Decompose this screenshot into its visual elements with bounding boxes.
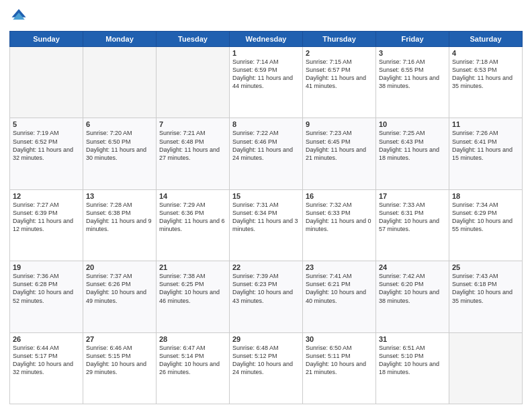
day-header-thursday: Thursday — [303, 32, 376, 47]
day-number: 7 — [159, 120, 226, 128]
day-number: 13 — [86, 192, 153, 200]
calendar-cell: 28Sunrise: 6:47 AM Sunset: 5:14 PM Dayli… — [157, 332, 230, 404]
calendar-cell: 1Sunrise: 7:14 AM Sunset: 6:59 PM Daylig… — [230, 47, 303, 118]
calendar-cell: 8Sunrise: 7:22 AM Sunset: 6:46 PM Daylig… — [230, 118, 303, 189]
logo — [9, 7, 31, 26]
day-info: Sunrise: 7:39 AM Sunset: 6:23 PM Dayligh… — [232, 272, 300, 305]
day-number: 25 — [452, 263, 519, 271]
calendar-week-row: 26Sunrise: 6:44 AM Sunset: 5:17 PM Dayli… — [10, 332, 523, 404]
calendar-cell: 11Sunrise: 7:26 AM Sunset: 6:41 PM Dayli… — [449, 118, 523, 189]
calendar-cell: 29Sunrise: 6:48 AM Sunset: 5:12 PM Dayli… — [230, 332, 303, 404]
day-number: 19 — [13, 263, 80, 271]
calendar: SundayMondayTuesdayWednesdayThursdayFrid… — [9, 31, 523, 404]
calendar-cell: 14Sunrise: 7:29 AM Sunset: 6:36 PM Dayli… — [157, 189, 230, 261]
calendar-cell: 16Sunrise: 7:32 AM Sunset: 6:33 PM Dayli… — [303, 189, 376, 261]
day-info: Sunrise: 7:18 AM Sunset: 6:53 PM Dayligh… — [452, 58, 519, 91]
day-info: Sunrise: 7:43 AM Sunset: 6:18 PM Dayligh… — [452, 272, 519, 305]
day-number: 9 — [306, 120, 373, 128]
day-info: Sunrise: 7:27 AM Sunset: 6:39 PM Dayligh… — [13, 201, 80, 234]
day-number: 4 — [452, 49, 519, 57]
calendar-cell: 17Sunrise: 7:33 AM Sunset: 6:31 PM Dayli… — [376, 189, 449, 261]
day-number: 21 — [159, 263, 226, 271]
day-number: 30 — [306, 335, 373, 343]
calendar-cell — [449, 332, 523, 404]
day-info: Sunrise: 7:38 AM Sunset: 6:25 PM Dayligh… — [159, 272, 226, 305]
day-info: Sunrise: 7:36 AM Sunset: 6:28 PM Dayligh… — [13, 272, 80, 305]
day-info: Sunrise: 7:29 AM Sunset: 6:36 PM Dayligh… — [159, 201, 226, 234]
day-info: Sunrise: 6:50 AM Sunset: 5:11 PM Dayligh… — [306, 344, 373, 377]
day-number: 12 — [13, 192, 80, 200]
calendar-week-row: 12Sunrise: 7:27 AM Sunset: 6:39 PM Dayli… — [10, 189, 523, 261]
calendar-cell: 24Sunrise: 7:42 AM Sunset: 6:20 PM Dayli… — [376, 261, 449, 332]
calendar-cell: 4Sunrise: 7:18 AM Sunset: 6:53 PM Daylig… — [449, 47, 523, 118]
day-info: Sunrise: 7:26 AM Sunset: 6:41 PM Dayligh… — [452, 129, 519, 162]
day-info: Sunrise: 7:33 AM Sunset: 6:31 PM Dayligh… — [379, 201, 446, 234]
day-info: Sunrise: 7:15 AM Sunset: 6:57 PM Dayligh… — [306, 58, 373, 91]
calendar-cell: 7Sunrise: 7:21 AM Sunset: 6:48 PM Daylig… — [157, 118, 230, 189]
calendar-cell: 12Sunrise: 7:27 AM Sunset: 6:39 PM Dayli… — [10, 189, 83, 261]
day-header-sunday: Sunday — [10, 32, 83, 47]
day-number: 11 — [452, 120, 519, 128]
calendar-cell: 20Sunrise: 7:37 AM Sunset: 6:26 PM Dayli… — [83, 261, 157, 332]
day-info: Sunrise: 7:31 AM Sunset: 6:34 PM Dayligh… — [232, 201, 300, 234]
day-info: Sunrise: 6:47 AM Sunset: 5:14 PM Dayligh… — [159, 344, 226, 377]
calendar-week-row: 5Sunrise: 7:19 AM Sunset: 6:52 PM Daylig… — [10, 118, 523, 189]
day-info: Sunrise: 7:21 AM Sunset: 6:48 PM Dayligh… — [159, 129, 226, 162]
day-info: Sunrise: 7:25 AM Sunset: 6:43 PM Dayligh… — [379, 129, 446, 162]
calendar-cell — [157, 47, 230, 118]
day-header-wednesday: Wednesday — [230, 32, 303, 47]
calendar-cell: 22Sunrise: 7:39 AM Sunset: 6:23 PM Dayli… — [230, 261, 303, 332]
day-info: Sunrise: 6:48 AM Sunset: 5:12 PM Dayligh… — [232, 344, 300, 377]
day-info: Sunrise: 7:23 AM Sunset: 6:45 PM Dayligh… — [306, 129, 373, 162]
day-info: Sunrise: 7:42 AM Sunset: 6:20 PM Dayligh… — [379, 272, 446, 305]
calendar-cell: 10Sunrise: 7:25 AM Sunset: 6:43 PM Dayli… — [376, 118, 449, 189]
day-header-friday: Friday — [376, 32, 449, 47]
day-info: Sunrise: 7:22 AM Sunset: 6:46 PM Dayligh… — [232, 129, 300, 162]
calendar-cell: 26Sunrise: 6:44 AM Sunset: 5:17 PM Dayli… — [10, 332, 83, 404]
day-info: Sunrise: 7:34 AM Sunset: 6:29 PM Dayligh… — [452, 201, 519, 234]
day-number: 3 — [379, 49, 446, 57]
day-info: Sunrise: 6:46 AM Sunset: 5:15 PM Dayligh… — [86, 344, 153, 377]
day-header-tuesday: Tuesday — [157, 32, 230, 47]
calendar-cell: 15Sunrise: 7:31 AM Sunset: 6:34 PM Dayli… — [230, 189, 303, 261]
calendar-cell: 13Sunrise: 7:28 AM Sunset: 6:38 PM Dayli… — [83, 189, 157, 261]
calendar-cell: 3Sunrise: 7:16 AM Sunset: 6:55 PM Daylig… — [376, 47, 449, 118]
day-number: 31 — [379, 335, 446, 343]
day-number: 2 — [306, 49, 373, 57]
calendar-cell: 21Sunrise: 7:38 AM Sunset: 6:25 PM Dayli… — [157, 261, 230, 332]
header — [9, 7, 523, 26]
day-number: 28 — [159, 335, 226, 343]
day-number: 16 — [306, 192, 373, 200]
day-number: 24 — [379, 263, 446, 271]
calendar-cell — [83, 47, 157, 118]
day-number: 20 — [86, 263, 153, 271]
day-info: Sunrise: 6:44 AM Sunset: 5:17 PM Dayligh… — [13, 344, 80, 377]
day-header-monday: Monday — [83, 32, 157, 47]
calendar-header-row: SundayMondayTuesdayWednesdayThursdayFrid… — [10, 32, 523, 47]
day-info: Sunrise: 7:41 AM Sunset: 6:21 PM Dayligh… — [306, 272, 373, 305]
calendar-cell: 18Sunrise: 7:34 AM Sunset: 6:29 PM Dayli… — [449, 189, 523, 261]
day-number: 14 — [159, 192, 226, 200]
calendar-cell: 30Sunrise: 6:50 AM Sunset: 5:11 PM Dayli… — [303, 332, 376, 404]
day-number: 22 — [232, 263, 300, 271]
logo-icon — [9, 7, 28, 26]
day-number: 18 — [452, 192, 519, 200]
day-number: 6 — [86, 120, 153, 128]
page: SundayMondayTuesdayWednesdayThursdayFrid… — [0, 0, 532, 411]
day-info: Sunrise: 6:51 AM Sunset: 5:10 PM Dayligh… — [379, 344, 446, 377]
day-number: 29 — [232, 335, 300, 343]
day-number: 17 — [379, 192, 446, 200]
day-number: 8 — [232, 120, 300, 128]
day-info: Sunrise: 7:19 AM Sunset: 6:52 PM Dayligh… — [13, 129, 80, 162]
calendar-week-row: 1Sunrise: 7:14 AM Sunset: 6:59 PM Daylig… — [10, 47, 523, 118]
calendar-cell: 5Sunrise: 7:19 AM Sunset: 6:52 PM Daylig… — [10, 118, 83, 189]
day-info: Sunrise: 7:28 AM Sunset: 6:38 PM Dayligh… — [86, 201, 153, 234]
day-number: 5 — [13, 120, 80, 128]
calendar-cell — [10, 47, 83, 118]
calendar-cell: 6Sunrise: 7:20 AM Sunset: 6:50 PM Daylig… — [83, 118, 157, 189]
day-number: 23 — [306, 263, 373, 271]
day-info: Sunrise: 7:14 AM Sunset: 6:59 PM Dayligh… — [232, 58, 300, 91]
calendar-cell: 23Sunrise: 7:41 AM Sunset: 6:21 PM Dayli… — [303, 261, 376, 332]
calendar-cell: 27Sunrise: 6:46 AM Sunset: 5:15 PM Dayli… — [83, 332, 157, 404]
calendar-week-row: 19Sunrise: 7:36 AM Sunset: 6:28 PM Dayli… — [10, 261, 523, 332]
